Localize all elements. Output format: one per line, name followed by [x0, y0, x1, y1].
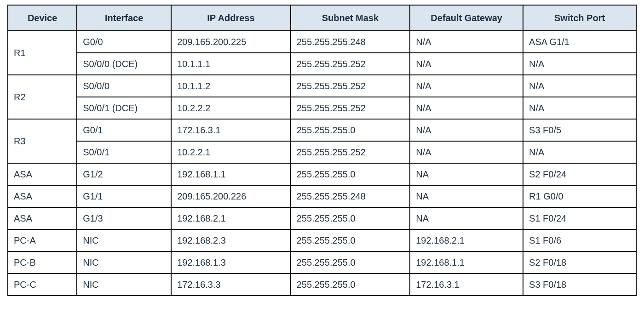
cell-device: R1: [8, 31, 77, 75]
cell-device: ASA: [8, 207, 77, 229]
cell-port: S2 F0/24: [523, 163, 636, 185]
col-device: Device: [8, 5, 77, 31]
cell-device: R3: [8, 119, 77, 163]
table-row: PC-B NIC 192.168.1.3 255.255.255.0 192.1…: [8, 251, 636, 273]
cell-ip: 209.165.200.225: [171, 31, 291, 53]
cell-interface: NIC: [77, 273, 171, 296]
table-row: S0/0/0 (DCE) 10.1.1.1 255.255.255.252 N/…: [8, 53, 636, 75]
cell-interface: NIC: [77, 251, 171, 273]
cell-interface: G1/1: [77, 185, 171, 207]
cell-device: ASA: [8, 185, 77, 207]
cell-interface: S0/0/1 (DCE): [77, 97, 171, 119]
cell-ip: 172.16.3.1: [171, 119, 291, 141]
cell-mask: 255.255.255.248: [291, 185, 410, 207]
cell-gw: N/A: [410, 31, 523, 53]
cell-mask: 255.255.255.248: [291, 31, 410, 53]
cell-port: S3 F0/18: [523, 273, 636, 296]
cell-device: PC-A: [8, 229, 77, 251]
cell-interface: G0/0: [77, 31, 171, 53]
cell-interface: NIC: [77, 229, 171, 251]
cell-gw: 192.168.1.1: [410, 251, 523, 273]
cell-ip: 192.168.2.1: [171, 207, 291, 229]
cell-mask: 255.255.255.0: [291, 119, 410, 141]
table-row: R3 G0/1 172.16.3.1 255.255.255.0 N/A S3 …: [8, 119, 636, 141]
table-row: S0/0/1 10.2.2.1 255.255.255.252 N/A N/A: [8, 141, 636, 163]
cell-ip: 10.1.1.1: [171, 53, 291, 75]
cell-ip: 10.2.2.2: [171, 97, 291, 119]
cell-ip: 209.165.200.226: [171, 185, 291, 207]
table-row: PC-A NIC 192.168.2.3 255.255.255.0 192.1…: [8, 229, 636, 251]
table-row: R1 G0/0 209.165.200.225 255.255.255.248 …: [8, 31, 636, 53]
cell-device: R2: [8, 75, 77, 119]
cell-port: N/A: [523, 97, 636, 119]
table-row: S0/0/1 (DCE) 10.2.2.2 255.255.255.252 N/…: [8, 97, 636, 119]
cell-interface: G1/3: [77, 207, 171, 229]
cell-mask: 255.255.255.252: [291, 53, 410, 75]
cell-gw: NA: [410, 163, 523, 185]
table-row: R2 S0/0/0 10.1.1.2 255.255.255.252 N/A N…: [8, 75, 636, 97]
cell-interface: S0/0/1: [77, 141, 171, 163]
cell-port: S1 F0/24: [523, 207, 636, 229]
cell-ip: 192.168.2.3: [171, 229, 291, 251]
table-row: ASA G1/1 209.165.200.226 255.255.255.248…: [8, 185, 636, 207]
cell-gw: N/A: [410, 141, 523, 163]
table-row: PC-C NIC 172.16.3.3 255.255.255.0 172.16…: [8, 273, 636, 296]
cell-mask: 255.255.255.0: [291, 229, 410, 251]
cell-gw: 172.16.3.1: [410, 273, 523, 296]
cell-mask: 255.255.255.0: [291, 207, 410, 229]
addressing-table: Device Interface IP Address Subnet Mask …: [7, 5, 637, 296]
cell-mask: 255.255.255.252: [291, 75, 410, 97]
col-port: Switch Port: [523, 5, 636, 31]
cell-gw: N/A: [410, 97, 523, 119]
cell-mask: 255.255.255.0: [291, 163, 410, 185]
cell-port: S1 F0/6: [523, 229, 636, 251]
table-row: ASA G1/3 192.168.2.1 255.255.255.0 NA S1…: [8, 207, 636, 229]
col-interface: Interface: [77, 5, 171, 31]
cell-ip: 172.16.3.3: [171, 273, 291, 296]
cell-interface: G0/1: [77, 119, 171, 141]
cell-port: N/A: [523, 141, 636, 163]
cell-device: PC-B: [8, 251, 77, 273]
cell-gw: N/A: [410, 75, 523, 97]
cell-port: ASA G1/1: [523, 31, 636, 53]
col-gw: Default Gateway: [410, 5, 523, 31]
cell-ip: 192.168.1.3: [171, 251, 291, 273]
table-header-row: Device Interface IP Address Subnet Mask …: [8, 5, 636, 31]
cell-mask: 255.255.255.0: [291, 251, 410, 273]
cell-ip: 10.1.1.2: [171, 75, 291, 97]
cell-interface: S0/0/0 (DCE): [77, 53, 171, 75]
cell-gw: N/A: [410, 53, 523, 75]
cell-port: S2 F0/18: [523, 251, 636, 273]
cell-port: R1 G0/0: [523, 185, 636, 207]
col-mask: Subnet Mask: [291, 5, 410, 31]
cell-interface: G1/2: [77, 163, 171, 185]
cell-gw: NA: [410, 207, 523, 229]
cell-gw: 192.168.2.1: [410, 229, 523, 251]
cell-ip: 10.2.2.1: [171, 141, 291, 163]
cell-port: N/A: [523, 53, 636, 75]
cell-mask: 255.255.255.252: [291, 141, 410, 163]
cell-mask: 255.255.255.0: [291, 273, 410, 296]
cell-port: N/A: [523, 75, 636, 97]
cell-port: S3 F0/5: [523, 119, 636, 141]
cell-interface: S0/0/0: [77, 75, 171, 97]
cell-mask: 255.255.255.252: [291, 97, 410, 119]
col-ip: IP Address: [171, 5, 291, 31]
cell-gw: N/A: [410, 119, 523, 141]
cell-ip: 192.168.1.1: [171, 163, 291, 185]
cell-gw: NA: [410, 185, 523, 207]
cell-device: ASA: [8, 163, 77, 185]
table-row: ASA G1/2 192.168.1.1 255.255.255.0 NA S2…: [8, 163, 636, 185]
cell-device: PC-C: [8, 273, 77, 296]
